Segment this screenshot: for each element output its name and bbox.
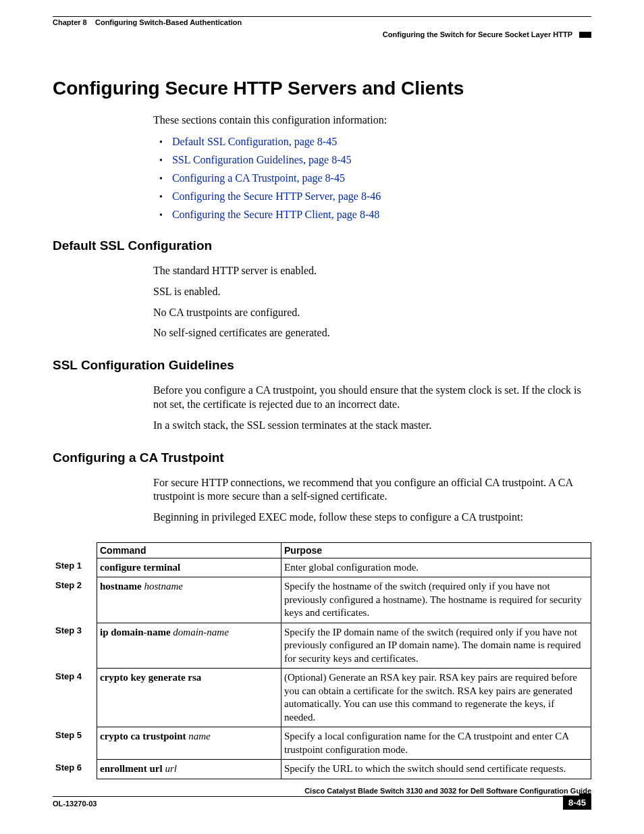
toc-link[interactable]: Configuring the Secure HTTP Server, page… [172, 190, 381, 203]
cmd-bold: hostname [100, 581, 142, 592]
cmd-bold: enrollment url [100, 763, 163, 774]
chapter-label: Chapter 8 [53, 18, 87, 26]
toc-link[interactable]: SSL Configuration Guidelines, page 8-45 [172, 154, 352, 166]
step-label: Step 2 [53, 577, 97, 623]
footer-book-title: Cisco Catalyst Blade Switch 3130 and 303… [304, 787, 591, 795]
body-paragraph: For secure HTTP connections, we recommen… [153, 476, 591, 504]
cmd-arg: hostname [144, 581, 183, 592]
table-row: Step 4 crypto key generate rsa (Optional… [53, 669, 591, 727]
header-marker-icon [579, 32, 591, 38]
cmd-arg: url [165, 763, 177, 774]
heading-guidelines: SSL Configuration Guidelines [53, 358, 591, 373]
table-row: Step 2 hostname hostname Specify the hos… [53, 577, 591, 623]
cmd-arg: domain-name [173, 627, 229, 637]
chapter-heading: Chapter 8 Configuring Switch-Based Authe… [53, 18, 591, 26]
body-paragraph: No self-signed certificates are generate… [153, 326, 591, 340]
body-paragraph: No CA trustpoints are configured. [153, 306, 591, 320]
toc-list: Default SSL Configuration, page 8-45 SSL… [159, 136, 591, 221]
purpose-cell: (Optional) Generate an RSA key pair. RSA… [281, 669, 591, 727]
purpose-cell: Specify the IP domain name of the switch… [281, 623, 591, 669]
table-row: Step 3 ip domain-name domain-name Specif… [53, 623, 591, 669]
purpose-cell: Specify the URL to which the switch shou… [281, 760, 591, 779]
heading-trustpoint: Configuring a CA Trustpoint [53, 450, 591, 465]
body-paragraph: Before you configure a CA trustpoint, yo… [153, 384, 591, 412]
table-row: Step 6 enrollment url url Specify the UR… [53, 760, 591, 779]
doc-id: OL-13270-03 [53, 800, 97, 808]
cmd-bold: crypto key generate rsa [100, 672, 201, 683]
cmd-bold: configure terminal [100, 562, 180, 573]
toc-link[interactable]: Configuring the Secure HTTP Client, page… [172, 209, 379, 221]
body-paragraph: In a switch stack, the SSL session termi… [153, 419, 591, 433]
page-footer: Cisco Catalyst Blade Switch 3130 and 303… [53, 787, 591, 810]
section-path: Configuring the Switch for Secure Socket… [383, 30, 572, 38]
step-label: Step 5 [53, 727, 97, 760]
th-command: Command [97, 542, 281, 558]
footer-marker-icon [579, 793, 591, 800]
step-label: Step 1 [53, 558, 97, 577]
cmd-bold: ip domain-name [100, 627, 171, 637]
toc-link[interactable]: Configuring a CA Trustpoint, page 8-45 [172, 172, 345, 184]
body-paragraph: The standard HTTP server is enabled. [153, 264, 591, 278]
purpose-cell: Enter global configuration mode. [281, 558, 591, 577]
body-paragraph: SSL is enabled. [153, 285, 591, 299]
intro-text: These sections contain this configuratio… [153, 114, 591, 126]
table-row: Step 1 configure terminal Enter global c… [53, 558, 591, 577]
chapter-title: Configuring Switch-Based Authentication [95, 18, 242, 26]
table-row: Step 5 crypto ca trustpoint name Specify… [53, 727, 591, 760]
command-table: Command Purpose Step 1 configure termina… [53, 542, 591, 779]
toc-link[interactable]: Default SSL Configuration, page 8-45 [172, 136, 337, 148]
body-paragraph: Beginning in privileged EXEC mode, follo… [153, 511, 591, 525]
purpose-cell: Specify the hostname of the switch (requ… [281, 577, 591, 623]
heading-default-ssl: Default SSL Configuration [53, 238, 591, 253]
page-title: Configuring Secure HTTP Servers and Clie… [53, 78, 591, 99]
th-purpose: Purpose [281, 542, 591, 558]
purpose-cell: Specify a local configuration name for t… [281, 727, 591, 760]
step-label: Step 6 [53, 760, 97, 779]
step-label: Step 4 [53, 669, 97, 727]
cmd-bold: crypto ca trustpoint [100, 731, 186, 741]
step-label: Step 3 [53, 623, 97, 669]
cmd-arg: name [188, 731, 211, 741]
